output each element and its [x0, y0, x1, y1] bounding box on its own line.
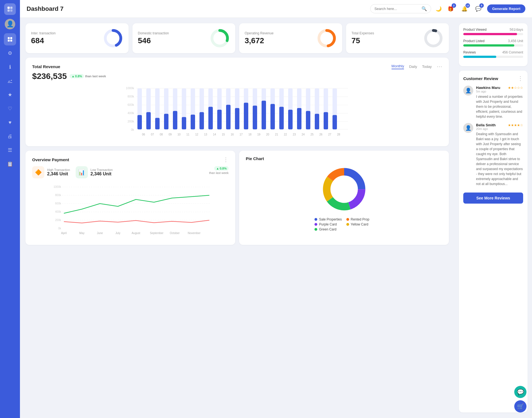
sidebar-item-analytics[interactable]	[4, 75, 16, 87]
sidebar-item-dashboard[interactable]	[4, 33, 16, 45]
svg-rect-51	[235, 108, 239, 129]
dark-mode-icon[interactable]: 🌙	[436, 6, 442, 12]
svg-rect-2	[7, 9, 10, 12]
svg-text:10: 10	[177, 133, 181, 136]
svg-rect-49	[226, 105, 231, 129]
tab-today[interactable]: Today	[422, 65, 432, 69]
svg-rect-73	[332, 115, 337, 129]
svg-text:400k: 400k	[127, 111, 134, 115]
float-cart-button[interactable]: 🛒	[514, 400, 526, 412]
donut-3	[423, 28, 443, 48]
svg-rect-43	[200, 112, 204, 129]
gift-button[interactable]: 🎁 2	[446, 4, 456, 14]
svg-text:28: 28	[337, 133, 340, 136]
svg-rect-55	[253, 106, 257, 129]
donut-0	[103, 28, 123, 48]
search-box[interactable]: 🔍	[370, 4, 431, 13]
reviews-more-btn[interactable]: ⋮	[518, 75, 523, 82]
sidebar-item-print[interactable]: 🖨	[4, 130, 16, 142]
low-transaction-stat: 📊 Low Transaction 2,346 Unit	[76, 166, 113, 178]
reviews-header: Customer Review ⋮	[463, 75, 523, 82]
metric-row-0: Product Viewed 561/days	[463, 28, 523, 35]
svg-rect-71	[324, 112, 328, 129]
sidebar-item-heart2[interactable]: ♥	[4, 116, 16, 129]
stat-info-domestic: Domestic transaction 546	[138, 31, 169, 45]
float-chat-button[interactable]: 💬	[514, 386, 526, 398]
pie-header: Pie Chart	[246, 156, 442, 161]
sidebar-item-docs[interactable]: 📋	[4, 158, 16, 170]
chat-badge: 5	[479, 3, 484, 8]
svg-point-14	[426, 30, 441, 46]
revenue-amount-row: $236,535 ▲ 0.8% than last week	[32, 71, 442, 81]
svg-text:0k: 0k	[58, 227, 62, 230]
metric-fill-1	[463, 44, 514, 47]
svg-text:July: July	[116, 232, 121, 235]
sidebar-item-favorites[interactable]: ★	[4, 89, 16, 101]
legend-rented-prop: Rented Prop	[346, 217, 374, 221]
see-more-reviews-button[interactable]: See More Reviews	[463, 193, 523, 204]
metrics-card: Product Viewed 561/days Product Listed 3…	[459, 23, 528, 66]
metric-header-0: Product Viewed 561/days	[463, 28, 523, 32]
sidebar-item-settings[interactable]: ⚙	[4, 47, 16, 59]
chat-button[interactable]: 💬 5	[473, 4, 483, 14]
svg-rect-57	[262, 101, 266, 129]
reviews-title: Customer Review	[463, 76, 498, 81]
stat-card-inter-transaction: Inter. transaction 684	[25, 23, 129, 53]
svg-rect-39	[182, 117, 186, 129]
low-transaction-info: Low Transaction 2,346 Unit	[91, 168, 113, 176]
revenue-change: ▲ 0.8% than last week	[70, 74, 106, 78]
high-transaction-info: High Transaction 2,346 Unit	[47, 168, 70, 176]
bell-badge: 12	[466, 3, 470, 8]
sidebar-logo[interactable]	[4, 3, 16, 15]
sidebar-item-heart[interactable]: ♡	[4, 102, 16, 115]
legend-sale-properties: Sale Properties	[314, 217, 342, 221]
svg-rect-61	[279, 107, 284, 129]
stat-info-revenue: Operating Revenue 3,672	[245, 31, 273, 45]
search-input[interactable]	[374, 7, 419, 11]
svg-rect-63	[288, 110, 293, 129]
svg-text:23: 23	[293, 133, 296, 136]
payment-more-btn[interactable]: ⋮	[223, 156, 229, 163]
high-label: High Transaction	[47, 168, 70, 171]
legend-label-green: Green Card	[319, 227, 336, 231]
revenue-title: Total Revenue	[32, 64, 60, 69]
content-left: Inter. transaction 684 Domestic transact…	[20, 18, 454, 418]
donut-2	[317, 28, 337, 48]
tab-monthly[interactable]: Monthly	[392, 64, 404, 69]
sidebar-item-menu[interactable]: ☰	[4, 144, 16, 156]
legend-dot-green	[314, 228, 317, 231]
svg-rect-35	[164, 114, 168, 129]
sidebar-item-info[interactable]: ℹ	[4, 61, 16, 73]
svg-text:09: 09	[168, 133, 172, 136]
stat-card-operating-revenue: Operating Revenue 3,672	[239, 23, 342, 53]
stat-value-1: 546	[138, 36, 169, 45]
legend-label-purple: Purple Card	[319, 222, 337, 226]
svg-text:600k: 600k	[55, 202, 62, 205]
revenue-header: Total Revenue Monthly Daily Today ⋯	[32, 63, 442, 70]
svg-rect-31	[146, 112, 151, 129]
sidebar: 👤 ⚙ ℹ ★ ♡ ♥ 🖨 ☰ 📋	[0, 0, 20, 418]
svg-text:20: 20	[266, 133, 269, 136]
legend-label-yellow: Yellow Card	[351, 222, 369, 226]
review-time-0: 5m ago	[476, 90, 523, 93]
bell-button[interactable]: 🔔 12	[459, 4, 469, 14]
avatar[interactable]: 👤	[5, 19, 15, 29]
tab-daily[interactable]: Daily	[409, 65, 417, 69]
generate-report-button[interactable]: Generate Report	[487, 4, 525, 13]
content-area: Inter. transaction 684 Domestic transact…	[20, 18, 532, 418]
metric-fill-2	[463, 56, 496, 58]
payment-change-label: than last week	[209, 171, 229, 175]
metric-header-1: Product Listed 3,456 Unit	[463, 39, 523, 43]
legend-label-sale: Sale Properties	[319, 217, 342, 221]
svg-rect-41	[191, 115, 195, 129]
revenue-more-btn[interactable]: ⋯	[437, 63, 442, 70]
review-name-1: Bella Smith	[476, 123, 496, 127]
metric-label-0: Product Viewed	[463, 28, 487, 32]
svg-text:14: 14	[213, 133, 216, 136]
stat-cards: Inter. transaction 684 Domestic transact…	[25, 23, 449, 53]
svg-text:16: 16	[231, 133, 234, 136]
change-pct: 0.8%	[75, 75, 82, 78]
stat-info-inter: Inter. transaction 684	[31, 31, 56, 45]
review-stars-1: ★★★★☆	[508, 123, 523, 127]
legend-dot-rented	[346, 218, 349, 221]
